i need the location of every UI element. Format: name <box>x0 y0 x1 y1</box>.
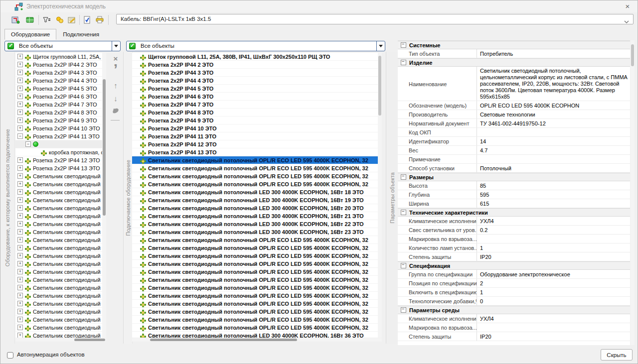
expander-icon[interactable]: + <box>17 317 23 322</box>
property-value[interactable]: 4.7 <box>477 146 630 154</box>
middle-tree-horizontal-scrollbar[interactable] <box>132 338 382 342</box>
property-row[interactable]: Группа по спецификации Оборудование элек… <box>398 270 630 279</box>
property-row[interactable]: Степень защиты IP20 <box>398 332 630 341</box>
tree-item[interactable]: + Светильник светодиодный потолочный <box>15 188 102 196</box>
close-window-button[interactable]: × <box>621 1 635 11</box>
tree-item[interactable]: Розетка 2х2Р IP44 11 ЭТО <box>132 132 378 140</box>
tree-item[interactable]: + Светильник светодиодный потолочный <box>15 244 102 252</box>
expander-icon[interactable]: + <box>17 189 23 195</box>
tree-item[interactable]: Светильник светодиодный потолочный OPL/R… <box>132 260 378 268</box>
tree-item[interactable]: + Розетка 2х2Р IP44 2 ЭТО <box>15 61 102 69</box>
expander-icon[interactable]: + <box>17 205 23 211</box>
property-value[interactable]: 0 <box>477 297 630 305</box>
property-value[interactable]: 14 <box>477 137 630 145</box>
check-document-icon[interactable] <box>82 14 93 25</box>
scrollbar-thumb[interactable] <box>150 339 297 341</box>
property-row[interactable]: Свес светильника от уров... 0.2 <box>398 226 630 235</box>
property-value[interactable]: Световые технологии <box>477 110 630 119</box>
collapse-icon[interactable] <box>401 60 406 65</box>
left-filter-combobox[interactable]: Все объекты <box>4 41 121 51</box>
tree-item[interactable]: − Розетка 2х2Р IP44 11 ЭТО <box>15 132 102 140</box>
tree-item[interactable]: + Светильник светодиодный потолочный <box>15 212 102 220</box>
expander-icon[interactable]: + <box>17 54 23 59</box>
tree-item[interactable]: Светильник светодиодный потолочный OPL/R… <box>132 292 378 300</box>
tree-item[interactable]: + Светильник светодиодный потолочный <box>15 180 102 188</box>
scrollbar-thumb[interactable] <box>378 56 381 116</box>
tree-item[interactable]: Светильник светодиодный потолочный OPL/R… <box>132 172 378 180</box>
property-value[interactable]: IP20 <box>477 332 630 341</box>
tree-item[interactable]: + Светильник светодиодный потолочный <box>15 324 102 332</box>
autonumber-checkbox[interactable] <box>7 352 13 359</box>
tree-item[interactable]: Светильник светодиодный потолочный OPL/R… <box>132 308 378 316</box>
expander-icon[interactable]: + <box>17 229 23 235</box>
tree-item[interactable]: Светильник светодиодный потолочный OPL/R… <box>132 244 378 252</box>
property-row[interactable]: Идентификатор 14 <box>398 137 630 146</box>
tree-item[interactable]: Светильник светодиодный потолочный OPL/R… <box>132 236 378 244</box>
tree-item[interactable]: коробка протяжная, с <box>15 148 102 156</box>
property-value[interactable]: IP20 <box>477 252 630 261</box>
property-value[interactable]: 85 <box>477 181 630 190</box>
property-value[interactable]: УХЛ4 <box>477 314 630 323</box>
middle-tree-vertical-scrollbar[interactable] <box>378 53 382 338</box>
property-value[interactable]: Потолочный <box>477 164 630 172</box>
pan-hand-icon[interactable] <box>110 104 122 116</box>
scrollbar-thumb[interactable] <box>74 339 105 341</box>
property-section-header[interactable]: Параметры среды <box>398 306 630 314</box>
filter-icon[interactable] <box>41 14 52 25</box>
property-section-header[interactable]: Спецификация <box>398 261 630 270</box>
expander-icon[interactable]: + <box>17 78 23 83</box>
expander-icon[interactable]: + <box>17 253 23 258</box>
update-icon[interactable] <box>54 14 65 25</box>
expander-icon[interactable]: + <box>17 237 23 243</box>
cable-combobox[interactable]: Кабель: ВВГнг(А)-LSLTx 1кВ 3x1.5 <box>116 14 634 24</box>
property-section-header[interactable]: Изделие <box>398 58 630 67</box>
dropdown-arrow[interactable] <box>376 41 385 51</box>
property-row[interactable]: Глубина 595 <box>398 190 630 199</box>
expander-icon[interactable]: + <box>17 165 23 171</box>
property-row[interactable]: Степень защиты IP20 <box>398 252 630 261</box>
expander-icon[interactable]: + <box>17 301 23 306</box>
tree-item[interactable]: Светильник светодиодный потолочный OPL/R… <box>132 324 378 332</box>
tree-item[interactable]: + Светильник светодиодный потолочный <box>15 268 102 276</box>
expander-icon[interactable]: + <box>17 181 23 187</box>
tree-item[interactable]: Розетка 2х2Р IP44 4 ЭТО <box>132 77 378 85</box>
expander-icon[interactable]: + <box>17 269 23 274</box>
move-down-icon[interactable]: ↓ <box>110 92 122 104</box>
tree-item[interactable]: + Светильник светодиодный потолочный <box>15 300 102 308</box>
tree-item[interactable]: − <box>15 140 102 148</box>
property-row[interactable]: Способ установки Потолочный <box>398 164 630 173</box>
tree-item[interactable]: + Розетка 2х2Р IP44 4 ЭТО <box>15 77 102 85</box>
tree-item[interactable]: Розетка 2х2Р IP44 12 ЭТО <box>132 140 378 148</box>
property-value[interactable]: Потребитель <box>477 49 630 58</box>
property-row[interactable]: Включить в спецификацию 1 <box>398 288 630 297</box>
property-row[interactable]: Маркировка по взрывоза... <box>398 323 630 332</box>
collapse-icon[interactable] <box>401 307 406 313</box>
chevron-down-icon[interactable] <box>624 17 629 27</box>
property-row[interactable]: Обозначение (модель) OPL/R ECO LED 595 4… <box>398 101 630 110</box>
property-section-header[interactable]: Размеры <box>398 173 630 181</box>
tree-item[interactable]: Светильник светодиодный потолочный LED 3… <box>132 204 378 212</box>
tree-item[interactable]: Розетка 2х2Р IP44 8 ЭТО <box>132 109 378 117</box>
tree-item[interactable]: + Розетка 2х2Р IP44 12 ЭТО <box>15 156 102 164</box>
property-row[interactable]: Вес 4.7 <box>398 146 630 155</box>
property-value[interactable]: 1 <box>477 288 630 296</box>
expander-icon[interactable]: + <box>17 221 23 227</box>
tree-item[interactable]: Светильник светодиодный потолочный OPL/R… <box>132 300 378 308</box>
expander-icon[interactable]: + <box>17 213 23 219</box>
property-row[interactable]: Технологические добавки,% 0 <box>398 297 630 306</box>
property-value[interactable]: 615 <box>477 199 630 208</box>
expander-icon[interactable]: + <box>17 102 23 107</box>
tree-item[interactable]: Светильник светодиодный потолочный OPL/R… <box>132 164 378 172</box>
property-row[interactable]: Позиция по спецификации 2 <box>398 279 630 288</box>
tree-item[interactable]: + Розетка 2х2Р IP44 5 ЭТО <box>15 85 102 93</box>
expander-icon[interactable]: + <box>17 125 23 131</box>
tree-item[interactable]: Светильник светодиодный потолочный OPL/R… <box>132 268 378 276</box>
expander-icon[interactable]: + <box>17 118 23 123</box>
expander-icon[interactable]: + <box>17 285 23 290</box>
collapse-icon[interactable] <box>401 263 406 268</box>
tree-item[interactable]: + Светильник светодиодный потолочный <box>15 220 102 228</box>
tree-item[interactable]: Розетка 2х2Р IP44 2 ЭТО <box>132 61 378 69</box>
middle-filter-combobox[interactable]: Все объекты <box>126 41 385 51</box>
tree-item[interactable]: + Светильник светодиодный потолочный <box>15 172 102 180</box>
property-value[interactable]: Светильник светодиодный потолочный, цель… <box>477 67 630 101</box>
